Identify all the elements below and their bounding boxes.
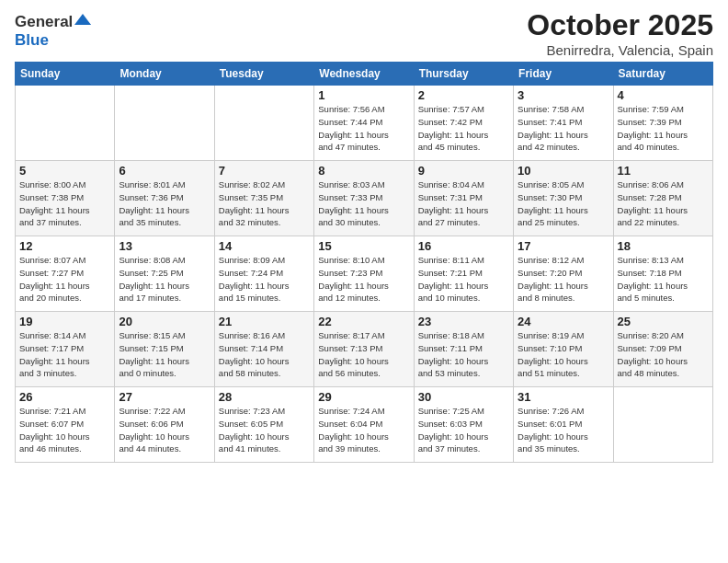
day-number: 20 [119,315,210,328]
calendar-cell: 7Sunrise: 8:02 AM Sunset: 7:35 PM Daylig… [214,161,313,236]
logo-general-text: General [15,13,73,31]
day-info: Sunrise: 8:05 AM Sunset: 7:30 PM Dayligh… [518,178,609,229]
day-info: Sunrise: 8:19 AM Sunset: 7:10 PM Dayligh… [518,329,609,380]
header: General Blue October 2025 Benirredra, Va… [15,9,713,58]
calendar-cell: 26Sunrise: 7:21 AM Sunset: 6:07 PM Dayli… [16,387,115,463]
day-number: 26 [19,390,110,404]
day-info: Sunrise: 8:18 AM Sunset: 7:11 PM Dayligh… [418,329,509,380]
calendar-week-row: 1Sunrise: 7:56 AM Sunset: 7:44 PM Daylig… [16,86,713,161]
header-tuesday: Tuesday [214,63,313,86]
day-number: 12 [19,239,110,253]
day-number: 18 [618,239,709,253]
day-info: Sunrise: 8:13 AM Sunset: 7:18 PM Dayligh… [618,254,709,304]
calendar-cell: 31Sunrise: 7:26 AM Sunset: 6:01 PM Dayli… [514,387,613,463]
calendar-cell: 3Sunrise: 7:58 AM Sunset: 7:41 PM Daylig… [514,86,613,161]
calendar-cell: 5Sunrise: 8:00 AM Sunset: 7:38 PM Daylig… [16,161,115,236]
day-info: Sunrise: 7:21 AM Sunset: 6:07 PM Dayligh… [19,405,110,455]
day-info: Sunrise: 8:16 AM Sunset: 7:14 PM Dayligh… [219,329,310,380]
calendar-cell [214,86,313,161]
calendar-cell: 27Sunrise: 7:22 AM Sunset: 6:06 PM Dayli… [115,387,214,463]
day-info: Sunrise: 8:02 AM Sunset: 7:35 PM Dayligh… [219,178,310,229]
logo-blue-text: Blue [15,31,91,50]
logo: General Blue [15,13,91,50]
day-number: 19 [19,315,110,328]
calendar-cell: 29Sunrise: 7:24 AM Sunset: 6:04 PM Dayli… [314,387,414,463]
day-number: 1 [318,88,409,102]
day-number: 30 [418,390,509,404]
calendar-cell: 4Sunrise: 7:59 AM Sunset: 7:39 PM Daylig… [613,86,712,161]
calendar-cell: 9Sunrise: 8:04 AM Sunset: 7:31 PM Daylig… [414,161,513,236]
day-info: Sunrise: 8:00 AM Sunset: 7:38 PM Dayligh… [19,178,110,229]
location: Benirredra, Valencia, Spain [527,42,713,58]
day-number: 17 [518,239,609,253]
calendar-cell [613,387,712,463]
day-info: Sunrise: 8:09 AM Sunset: 7:24 PM Dayligh… [219,254,310,304]
title-block: October 2025 Benirredra, Valencia, Spain [527,9,713,58]
day-number: 15 [318,239,409,253]
calendar-cell: 22Sunrise: 8:17 AM Sunset: 7:13 PM Dayli… [314,312,414,387]
day-info: Sunrise: 7:59 AM Sunset: 7:39 PM Dayligh… [618,103,709,154]
day-number: 8 [318,164,409,178]
day-number: 16 [418,239,509,253]
day-number: 24 [518,315,609,328]
day-number: 25 [618,315,709,328]
header-wednesday: Wednesday [314,63,414,86]
day-info: Sunrise: 8:04 AM Sunset: 7:31 PM Dayligh… [418,178,509,229]
calendar-cell: 12Sunrise: 8:07 AM Sunset: 7:27 PM Dayli… [16,236,115,312]
day-number: 6 [119,164,210,178]
day-info: Sunrise: 8:10 AM Sunset: 7:23 PM Dayligh… [318,254,409,304]
day-number: 28 [219,390,310,404]
day-info: Sunrise: 8:15 AM Sunset: 7:15 PM Dayligh… [119,329,210,380]
day-number: 27 [119,390,210,404]
day-info: Sunrise: 8:11 AM Sunset: 7:21 PM Dayligh… [418,254,509,304]
day-info: Sunrise: 7:24 AM Sunset: 6:04 PM Dayligh… [318,405,409,455]
calendar-week-row: 5Sunrise: 8:00 AM Sunset: 7:38 PM Daylig… [16,161,713,236]
day-number: 23 [418,315,509,328]
day-info: Sunrise: 8:20 AM Sunset: 7:09 PM Dayligh… [618,329,709,380]
header-saturday: Saturday [613,63,712,86]
day-number: 2 [418,88,509,102]
day-number: 22 [318,315,409,328]
day-info: Sunrise: 7:57 AM Sunset: 7:42 PM Dayligh… [418,103,509,154]
day-info: Sunrise: 7:23 AM Sunset: 6:05 PM Dayligh… [219,405,310,455]
day-number: 21 [219,315,310,328]
calendar-cell: 21Sunrise: 8:16 AM Sunset: 7:14 PM Dayli… [214,312,313,387]
calendar-cell [16,86,115,161]
calendar-cell: 19Sunrise: 8:14 AM Sunset: 7:17 PM Dayli… [16,312,115,387]
day-info: Sunrise: 8:07 AM Sunset: 7:27 PM Dayligh… [19,254,110,304]
day-info: Sunrise: 7:58 AM Sunset: 7:41 PM Dayligh… [518,103,609,154]
calendar-week-row: 12Sunrise: 8:07 AM Sunset: 7:27 PM Dayli… [16,236,713,312]
calendar-cell: 16Sunrise: 8:11 AM Sunset: 7:21 PM Dayli… [414,236,513,312]
day-info: Sunrise: 8:17 AM Sunset: 7:13 PM Dayligh… [318,329,409,380]
day-number: 29 [318,390,409,404]
calendar-cell: 20Sunrise: 8:15 AM Sunset: 7:15 PM Dayli… [115,312,214,387]
calendar-cell: 6Sunrise: 8:01 AM Sunset: 7:36 PM Daylig… [115,161,214,236]
calendar-week-row: 19Sunrise: 8:14 AM Sunset: 7:17 PM Dayli… [16,312,713,387]
calendar-header-row: Sunday Monday Tuesday Wednesday Thursday… [16,63,713,86]
calendar-cell: 28Sunrise: 7:23 AM Sunset: 6:05 PM Dayli… [214,387,313,463]
page-container: General Blue October 2025 Benirredra, Va… [0,0,728,472]
day-number: 7 [219,164,310,178]
day-info: Sunrise: 8:01 AM Sunset: 7:36 PM Dayligh… [119,178,210,229]
calendar-cell [115,86,214,161]
calendar-cell: 30Sunrise: 7:25 AM Sunset: 6:03 PM Dayli… [414,387,513,463]
calendar-cell: 24Sunrise: 8:19 AM Sunset: 7:10 PM Dayli… [514,312,613,387]
day-info: Sunrise: 8:06 AM Sunset: 7:28 PM Dayligh… [618,178,709,229]
calendar-cell: 15Sunrise: 8:10 AM Sunset: 7:23 PM Dayli… [314,236,414,312]
calendar-cell: 10Sunrise: 8:05 AM Sunset: 7:30 PM Dayli… [514,161,613,236]
day-info: Sunrise: 8:03 AM Sunset: 7:33 PM Dayligh… [318,178,409,229]
day-info: Sunrise: 8:08 AM Sunset: 7:25 PM Dayligh… [119,254,210,304]
header-friday: Friday [514,63,613,86]
day-info: Sunrise: 7:25 AM Sunset: 6:03 PM Dayligh… [418,405,509,455]
day-number: 5 [19,164,110,178]
day-number: 31 [518,390,609,404]
calendar-cell: 14Sunrise: 8:09 AM Sunset: 7:24 PM Dayli… [214,236,313,312]
day-number: 3 [518,88,609,102]
calendar-cell: 11Sunrise: 8:06 AM Sunset: 7:28 PM Dayli… [613,161,712,236]
day-number: 10 [518,164,609,178]
calendar-cell: 25Sunrise: 8:20 AM Sunset: 7:09 PM Dayli… [613,312,712,387]
day-info: Sunrise: 7:22 AM Sunset: 6:06 PM Dayligh… [119,405,210,455]
month-title: October 2025 [527,9,713,41]
day-number: 4 [618,88,709,102]
day-number: 11 [618,164,709,178]
